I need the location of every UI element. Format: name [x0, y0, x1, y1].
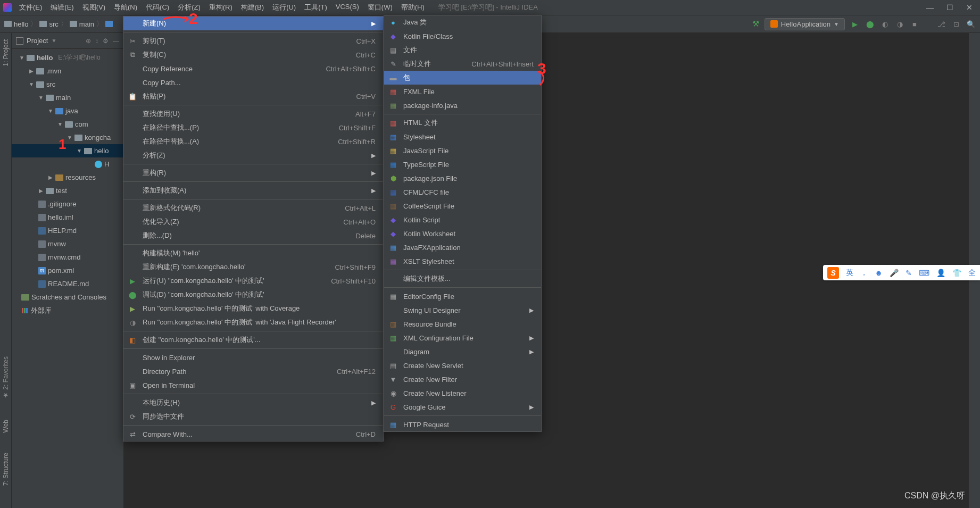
menu-item[interactable]: ▤文件 [384, 43, 541, 57]
menu-item[interactable]: 删除...(D)Delete [123, 229, 383, 243]
menu-item[interactable]: 分析(Z)▶ [123, 148, 383, 162]
menu-item[interactable]: ▦JavaFXApplication [384, 240, 541, 254]
tree-node-main[interactable]: ▼main [12, 91, 123, 104]
menu-run[interactable]: 运行(U) [269, 1, 299, 14]
tree-node-test[interactable]: ▶test [12, 184, 123, 197]
menu-item[interactable]: ◧创建 ''com.kongchao.hello' 中的测试'... [123, 333, 383, 347]
menu-build[interactable]: 构建(B) [238, 1, 267, 14]
tree-node-mvn[interactable]: ▶.mvn [12, 64, 123, 78]
menu-item[interactable]: ●Java 类 [384, 15, 541, 29]
menu-item[interactable]: 📋粘贴(P)Ctrl+V [123, 89, 383, 103]
menu-item[interactable]: Copy ReferenceCtrl+Alt+Shift+C [123, 62, 383, 76]
menu-view[interactable]: 视图(V) [79, 1, 109, 14]
menu-item[interactable]: ▦HTML 文件 [384, 116, 541, 130]
menu-item[interactable]: Directory PathCtrl+Alt+F12 [123, 364, 383, 378]
ime-skin-icon[interactable]: 👕 [952, 269, 961, 277]
menu-item[interactable]: 重新格式化代码(R)Ctrl+Alt+L [123, 201, 383, 215]
tree-node-com[interactable]: ▼com [12, 118, 123, 131]
ime-emoji-icon[interactable]: ☻ [875, 269, 883, 277]
menu-item[interactable]: Show in Explorer [123, 351, 383, 364]
collapse-icon[interactable]: ↕ [95, 37, 98, 45]
run-icon[interactable]: ▶ [850, 19, 860, 29]
menu-item[interactable]: ▦HTTP Request [384, 418, 541, 431]
toolwin-favorites[interactable]: ★ 2: Favorites [2, 354, 10, 401]
tree-node-mvnw[interactable]: mvnw [12, 237, 123, 251]
menu-item[interactable]: ▦CoffeeScript File [384, 199, 541, 213]
toolwin-project[interactable]: 1: Project [2, 37, 10, 69]
menu-navigate[interactable]: 导航(N) [111, 1, 140, 14]
menu-item[interactable]: ▶运行(U) ''com.kongchao.hello' 中的测试'Ctrl+S… [123, 274, 383, 288]
menu-item[interactable]: 查找使用(U)Alt+F7 [123, 107, 383, 121]
menu-item[interactable]: ▦FXML File [384, 85, 541, 98]
menu-item[interactable]: 重新构建(E) 'com.kongchao.hello'Ctrl+Shift+F… [123, 260, 383, 274]
menu-item[interactable]: ◆Kotlin Worksheet [384, 227, 541, 240]
menu-item[interactable]: ▣Open in Terminal [123, 378, 383, 392]
menu-item[interactable]: ▦XSLT Stylesheet [384, 254, 541, 268]
ime-full[interactable]: 全 [968, 268, 976, 278]
minimize-icon[interactable]: — [926, 3, 934, 12]
toolwin-web[interactable]: Web [2, 418, 10, 435]
build-icon[interactable]: ⚒ [752, 19, 759, 29]
ime-punct[interactable]: ， [860, 268, 868, 278]
sogou-logo-icon[interactable]: S [827, 267, 839, 279]
menu-help[interactable]: 帮助(H) [398, 1, 428, 14]
stop-icon[interactable]: ■ [910, 19, 919, 29]
menu-item[interactable]: ▶Run ''com.kongchao.hello' 中的测试' with Co… [123, 302, 383, 315]
locate-icon[interactable]: ⊕ [86, 37, 91, 45]
menu-item[interactable]: ▦Stylesheet [384, 130, 541, 144]
toolwin-structure[interactable]: 7: Structure [2, 451, 10, 488]
tree-node-mvnwcmd[interactable]: mvnw.cmd [12, 251, 123, 264]
tree-node-readme[interactable]: README.md [12, 277, 123, 290]
menu-item[interactable]: ◑Run ''com.kongchao.hello' 中的测试' with 'J… [123, 315, 383, 329]
git-icon[interactable]: ⎇ [936, 19, 946, 29]
crumb-main[interactable]: main [79, 20, 94, 28]
menu-item[interactable]: 在路径中查找...(P)Ctrl+Shift+F [123, 121, 383, 135]
menu-item[interactable]: Copy Path... [123, 76, 383, 89]
menu-item[interactable]: 优化导入(Z)Ctrl+Alt+O [123, 215, 383, 229]
menu-item[interactable]: ▦XML Configuration File▶ [384, 331, 541, 345]
chevron-down-icon[interactable]: ▼ [51, 38, 56, 44]
maximize-icon[interactable]: ☐ [946, 3, 953, 12]
tree-node-external[interactable]: 外部库 [12, 304, 123, 317]
tree-node-iml[interactable]: hello.iml [12, 211, 123, 224]
profile-icon[interactable]: ◑ [895, 19, 904, 29]
tree-node-help[interactable]: HELP.md [12, 224, 123, 237]
menu-item[interactable]: ▼Create New Filter [384, 372, 541, 386]
menu-file[interactable]: 文件(E) [16, 1, 45, 14]
menu-item[interactable]: ▤Create New Servlet [384, 359, 541, 372]
close-icon[interactable]: ✕ [966, 3, 973, 12]
menu-item[interactable]: Diagram▶ [384, 345, 541, 359]
ime-user-icon[interactable]: 👤 [936, 269, 945, 277]
crumb-src[interactable]: src [49, 20, 58, 28]
menu-item[interactable]: ▦EditorConfig File [384, 289, 541, 303]
menu-item[interactable]: ▦JavaScript File [384, 144, 541, 157]
menu-window[interactable]: 窗口(W) [364, 1, 396, 14]
menu-item[interactable]: GGoogle Guice▶ [384, 400, 541, 414]
menu-edit[interactable]: 编辑(E) [47, 1, 77, 14]
debug-icon[interactable]: ⬤ [865, 19, 875, 29]
menu-item[interactable]: ⬤调试(D) ''com.kongchao.hello' 中的测试' [123, 288, 383, 302]
menu-item[interactable]: ▥Resource Bundle [384, 317, 541, 331]
menu-item[interactable]: 构建模块(M) 'hello' [123, 246, 383, 260]
run-config-selector[interactable]: HelloApplication ▼ [765, 18, 845, 30]
menu-item[interactable]: ✎临时文件Ctrl+Alt+Shift+Insert [384, 57, 541, 71]
menu-item[interactable]: 重构(R)▶ [123, 166, 383, 180]
menu-item[interactable]: 本地历史(H)▶ [123, 396, 383, 410]
tree-node-class[interactable]: H [12, 157, 123, 171]
tree-node-hello-pkg[interactable]: ▼hello [12, 144, 123, 157]
menu-item[interactable]: 添加到收藏(A)▶ [123, 184, 383, 197]
tree-node-gitignore[interactable]: .gitignore [12, 197, 123, 211]
menu-item[interactable]: 在路径中替换...(A)Ctrl+Shift+R [123, 135, 383, 148]
menu-code[interactable]: 代码(C) [143, 1, 172, 14]
menu-item[interactable]: ✂剪切(T)Ctrl+X [123, 34, 383, 48]
menu-refactor[interactable]: 重构(R) [206, 1, 236, 14]
search-icon[interactable]: ⊡ [951, 19, 961, 29]
menu-item[interactable]: ◆Kotlin Script [384, 213, 541, 227]
ime-voice-icon[interactable]: 🎤 [890, 269, 899, 277]
tree-node-resources[interactable]: ▶resources [12, 171, 123, 184]
tree-node-hello[interactable]: ▼helloE:\学习吧\hello [12, 51, 123, 64]
ime-lang[interactable]: 英 [846, 268, 853, 278]
menu-item[interactable]: ⇄Compare With...Ctrl+D [123, 427, 383, 441]
menu-vcs[interactable]: VCS(S) [333, 1, 362, 14]
menu-item[interactable]: ◉Create New Listener [384, 386, 541, 400]
